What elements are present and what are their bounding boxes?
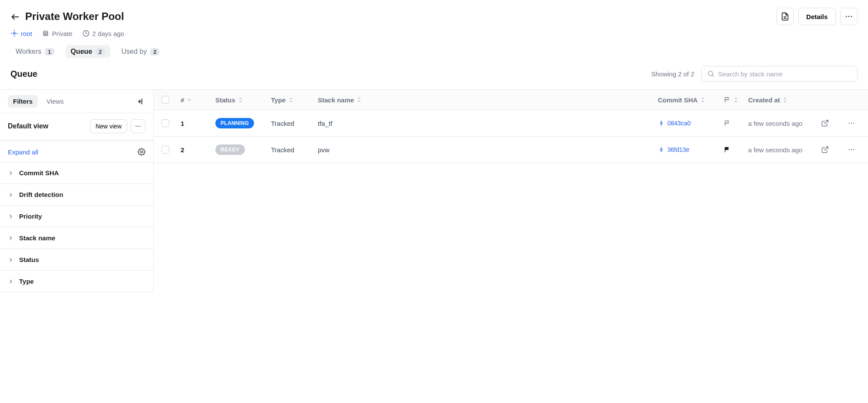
col-status[interactable]: Status xyxy=(215,96,271,104)
section-title: Queue xyxy=(10,69,37,79)
filter-item-label: Stack name xyxy=(19,234,55,242)
tab-badge: 2 xyxy=(96,48,105,56)
filter-item[interactable]: Status xyxy=(0,249,153,271)
commit-link[interactable]: 36fd13e xyxy=(658,146,724,153)
title-row: Private Worker Pool Details xyxy=(10,8,858,25)
svg-point-32 xyxy=(853,149,854,150)
sort-icon xyxy=(700,97,706,103)
page-title: Private Worker Pool xyxy=(25,10,124,23)
back-arrow-icon[interactable] xyxy=(10,12,19,21)
filter-item[interactable]: Drift detection xyxy=(0,184,153,206)
svg-point-18 xyxy=(141,151,143,153)
table-row: 2 READY Tracked pvw 36fd13e a few second… xyxy=(154,137,868,163)
subheader-actions: Showing 2 of 2 xyxy=(651,66,858,82)
chevron-right-icon xyxy=(8,213,14,220)
row-checkbox[interactable] xyxy=(162,146,169,154)
svg-line-22 xyxy=(825,120,828,124)
filter-item-label: Commit SHA xyxy=(19,169,59,177)
commit-link[interactable]: 0843ca0 xyxy=(658,120,724,127)
tab-badge: 2 xyxy=(150,48,159,56)
tab-label: Used by xyxy=(122,48,147,56)
col-commit[interactable]: Commit SHA xyxy=(658,96,724,104)
main: Filters Views Default view New view Expa… xyxy=(0,89,868,292)
space-link[interactable]: root xyxy=(10,29,32,37)
chevron-right-icon xyxy=(8,257,14,263)
tab-used-by[interactable]: Used by 2 xyxy=(116,45,165,58)
sort-icon xyxy=(733,97,739,103)
filter-item[interactable]: Commit SHA xyxy=(0,162,153,184)
filter-item-label: Status xyxy=(19,256,39,263)
search-box[interactable] xyxy=(701,66,858,82)
col-created[interactable]: Created at xyxy=(748,96,821,104)
col-flag[interactable] xyxy=(724,96,748,103)
select-all-checkbox[interactable] xyxy=(162,96,169,104)
svg-point-16 xyxy=(138,126,139,127)
clock-icon xyxy=(82,29,90,37)
view-more-button[interactable] xyxy=(131,119,145,133)
new-view-button[interactable]: New view xyxy=(90,119,127,133)
expand-all-link[interactable]: Expand all xyxy=(8,148,38,156)
svg-point-15 xyxy=(135,126,136,127)
svg-point-17 xyxy=(140,126,141,127)
row-number: 1 xyxy=(181,120,215,127)
row-type: Tracked xyxy=(271,120,318,127)
filter-item[interactable]: Type xyxy=(0,271,153,292)
tab-queue[interactable]: Queue 2 xyxy=(66,45,110,58)
more-button[interactable] xyxy=(840,8,858,25)
filter-item[interactable]: Priority xyxy=(0,206,153,227)
collapse-sidebar-icon[interactable] xyxy=(137,97,145,106)
col-num[interactable]: # xyxy=(181,96,215,104)
commit-sha: 36fd13e xyxy=(667,146,690,153)
space-label: root xyxy=(21,30,32,37)
tab-workers[interactable]: Workers 1 xyxy=(10,45,59,58)
svg-line-29 xyxy=(825,147,828,150)
details-button[interactable]: Details xyxy=(798,8,836,25)
row-stack-name: pvw xyxy=(318,146,658,154)
sort-icon xyxy=(356,97,362,103)
row-more-icon[interactable] xyxy=(848,119,855,127)
visibility: Private xyxy=(42,29,73,37)
row-created-at: a few seconds ago xyxy=(748,120,821,127)
search-icon xyxy=(707,70,715,78)
flag-toggle[interactable] xyxy=(724,146,748,153)
incognito-icon xyxy=(42,29,50,37)
filter-item-label: Drift detection xyxy=(19,191,63,198)
filter-item[interactable]: Stack name xyxy=(0,227,153,249)
expand-row: Expand all xyxy=(0,142,153,162)
svg-point-25 xyxy=(853,123,854,124)
table-header: # Status Type Stack name Commit SHA xyxy=(154,90,868,110)
chevron-right-icon xyxy=(8,235,14,241)
svg-point-23 xyxy=(849,123,850,124)
tabs: Workers 1 Queue 2 Used by 2 xyxy=(10,45,858,58)
filter-item-label: Type xyxy=(19,278,34,285)
open-external-icon[interactable] xyxy=(821,119,843,127)
row-checkbox[interactable] xyxy=(162,119,169,127)
open-external-icon[interactable] xyxy=(821,146,843,154)
target-icon xyxy=(10,29,18,37)
svg-point-3 xyxy=(846,16,847,17)
meta-row: root Private 2 days ago xyxy=(10,29,858,37)
row-created-at: a few seconds ago xyxy=(748,146,821,154)
sidebar-tab-views[interactable]: Views xyxy=(41,95,69,108)
sort-icon xyxy=(288,97,294,103)
svg-point-31 xyxy=(851,149,852,150)
svg-point-30 xyxy=(849,149,850,150)
row-more-icon[interactable] xyxy=(848,146,855,154)
svg-line-12 xyxy=(712,75,713,76)
svg-point-19 xyxy=(660,122,662,124)
visibility-label: Private xyxy=(52,30,73,37)
sidebar: Filters Views Default view New view Expa… xyxy=(0,90,154,292)
showing-count: Showing 2 of 2 xyxy=(651,70,694,78)
col-stack[interactable]: Stack name xyxy=(318,96,658,104)
row-number: 2 xyxy=(181,146,215,154)
sort-asc-icon xyxy=(187,97,192,102)
search-input[interactable] xyxy=(718,70,852,78)
document-button[interactable] xyxy=(776,8,794,25)
commit-icon xyxy=(658,146,665,153)
sort-icon xyxy=(782,97,788,103)
svg-point-6 xyxy=(13,33,16,35)
flag-toggle[interactable] xyxy=(724,120,748,127)
col-type[interactable]: Type xyxy=(271,96,318,104)
gear-icon[interactable] xyxy=(138,148,145,156)
sidebar-tab-filters[interactable]: Filters xyxy=(8,95,38,108)
